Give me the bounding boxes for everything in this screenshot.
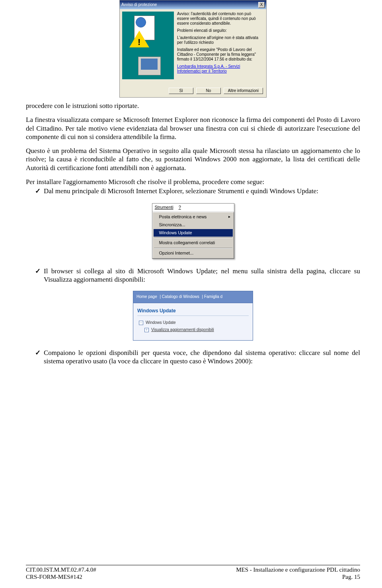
paragraph-install-intro: Per installare l'aggiornamento Microsoft…	[26, 178, 360, 186]
wu-nav-family: Famiglia d	[204, 294, 222, 299]
warning-icon	[129, 31, 149, 47]
security-dialog-screenshot: Avviso di protezione X Avviso: l'autenti…	[119, 0, 267, 98]
dialog-problems-label: Problemi elencati di seguito:	[177, 28, 261, 33]
footer-page-number: Pag. 15	[236, 573, 360, 581]
paragraph-os-problem: Questo è un problema del Sistema Operati…	[26, 147, 360, 172]
wu-item-label: Windows Update	[146, 320, 176, 325]
dialog-buttons: Sì No Altre informazioni	[167, 88, 263, 94]
dialog-publisher-link: Lombardia Integrata S.p.A. - Servizi Inf…	[177, 64, 240, 73]
windows-update-screenshot: Home page | Catalogo di Windows | Famigl…	[133, 291, 253, 341]
globe-icon	[136, 17, 146, 27]
paragraph-explain-window: La finestra visualizzata compare se Micr…	[26, 116, 360, 141]
menu-windows-update: Windows Update	[154, 229, 233, 237]
bullet-options-appear: Compaiono le opzioni disponibili per que…	[44, 349, 360, 366]
dialog-problem-item: L'autenticazione all'origine non è stata…	[177, 35, 261, 45]
dialog-warning-text: Avviso: l'autenticità del contenuto non …	[177, 12, 261, 26]
wu-nav-catalog: Catalogo di Windows	[162, 294, 199, 299]
menu-strumenti: Strumenti	[155, 205, 173, 210]
yes-button: Sì	[169, 88, 193, 94]
menu-synchronize: Sincronizza...	[154, 221, 233, 229]
menu-separator	[154, 237, 232, 238]
dialog-title: Avviso di protezione	[121, 2, 157, 8]
footer-doc-id: CIT.00.IST.M.MT.02.#7.4.0#	[26, 566, 96, 574]
dialog-titlebar: Avviso di protezione X	[120, 0, 266, 9]
bullet-browser-connects: Il browser si collega al sito di Microso…	[44, 267, 360, 284]
more-info-button: Altre informazioni	[224, 88, 263, 94]
close-icon: X	[258, 2, 265, 8]
page-footer: CIT.00.IST.M.MT.02.#7.4.0# CRS-FORM-MES#…	[26, 565, 360, 581]
no-button: No	[196, 88, 221, 94]
wu-nav-bar: Home page | Catalogo di Windows | Famigl…	[133, 291, 253, 303]
plus-icon: +	[144, 328, 149, 332]
wu-nav-home: Home page	[136, 294, 157, 299]
tools-menu-screenshot: Strumenti ? Posta elettronica e news Sin…	[152, 203, 234, 259]
menu-separator	[154, 248, 232, 249]
menu-bar: Strumenti ?	[152, 204, 234, 212]
dialog-icon-panel	[122, 12, 174, 79]
wu-view-updates-link: Visualizza aggiornamenti disponibili	[151, 327, 214, 332]
wu-item-view-updates: +Visualizza aggiornamenti disponibili	[137, 326, 249, 334]
paragraph-continue: procedere con le istruzioni sotto riport…	[26, 102, 360, 110]
wu-heading: Windows Update	[137, 308, 249, 316]
wu-item-root: −Windows Update	[137, 319, 249, 327]
computer-icon	[138, 57, 161, 75]
menu-help: ?	[179, 205, 181, 210]
footer-form-id: CRS-FORM-MES#142	[26, 573, 96, 581]
menu-related-links: Mostra collegamenti correlati	[154, 239, 233, 247]
menu-internet-options: Opzioni Internet...	[154, 249, 233, 257]
dialog-install-text: Installare ed eseguire "Posto di Lavoro …	[177, 47, 261, 62]
footer-doc-title: MES - Installazione e configurazione PDL…	[236, 566, 360, 574]
bullet-select-tools: Dal menu principale di Microsoft Interne…	[44, 187, 360, 195]
dialog-text: Avviso: l'autenticità del contenuto non …	[174, 12, 261, 79]
minus-icon: −	[139, 321, 143, 325]
menu-mail-news: Posta elettronica e news	[154, 213, 233, 221]
